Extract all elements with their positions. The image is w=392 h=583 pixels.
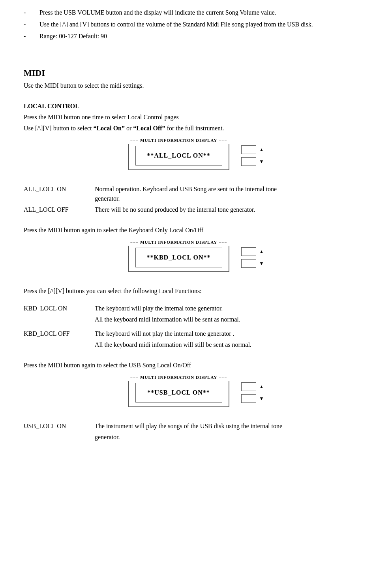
down-arrow-2: ▼ (259, 260, 264, 267)
midi-title: MIDI (24, 66, 368, 79)
term-label-all-off: ALL_LOCL OFF (24, 205, 95, 214)
press-again-2: Press the MIDI button again to select th… (24, 361, 368, 370)
local-off-label: “Local Off” (133, 125, 165, 132)
term-desc-usb-on-2: generator. (95, 433, 368, 442)
display-container-2: MULTI INFORMATION DISPLAY **KBD_LOCL ON*… (24, 243, 368, 272)
bullet-item-3: - Range: 00-127 Default: 90 (24, 32, 368, 41)
lcd-screen-2: **KBD_LOCL ON** (135, 248, 222, 267)
display-label-2: MULTI INFORMATION DISPLAY (128, 239, 230, 246)
local-control-title: LOCAL CONTROL (24, 102, 368, 111)
bullet-item-1: - Press the USB VOLUME button and the di… (24, 8, 368, 17)
bullet-item-2: - Use the [/\] and [V] buttons to contro… (24, 20, 368, 29)
local-on-label: “Local On” (93, 125, 125, 132)
term-block-kbd-on: KBD_LOCL ON The keyboard will play the i… (24, 304, 368, 324)
midi-subtitle: Use the MIDI button to select the midi s… (24, 81, 368, 90)
term-row-usb-on: USB_LOCL ON The instrument will play the… (24, 421, 368, 431)
term-label-all-on: ALL_LOCL ON (24, 184, 95, 203)
local-control-line1: Press the MIDI button one time to select… (24, 113, 368, 122)
term-desc-all-on: Normal operation. Keyboard and USB Song … (95, 184, 368, 203)
buttons-column-3: ▲ ▼ (241, 382, 264, 403)
down-button-3[interactable] (241, 394, 256, 403)
down-button-2[interactable] (241, 259, 256, 268)
term-desc-usb-on: The instrument will play the songs of th… (95, 421, 368, 431)
local-control-line2: Use [/\][V] button to select “Local On” … (24, 124, 368, 133)
term-label-kbd-off: KBD_LOCL OFF (24, 329, 95, 339)
term-row-kbd-on: KBD_LOCL ON The keyboard will play the i… (24, 304, 368, 313)
bullet-text-1: Press the USB VOLUME button and the disp… (39, 8, 368, 17)
bullet-dash-3: - (24, 32, 39, 41)
up-arrow-3: ▲ (259, 383, 264, 390)
button-row-up-3: ▲ (241, 382, 264, 391)
term-desc-kbd-on-2: All the keyboard midi information will b… (95, 315, 368, 324)
term-block-kbd-off: KBD_LOCL OFF The keyboard will not play … (24, 329, 368, 350)
lcd-display-2: MULTI INFORMATION DISPLAY **KBD_LOCL ON*… (128, 243, 229, 272)
display-container-3: MULTI INFORMATION DISPLAY **USB_LOCL ON*… (24, 378, 368, 407)
down-arrow-1: ▼ (259, 158, 264, 165)
bullet-dash-2: - (24, 20, 39, 29)
bullet-text-3: Range: 00-127 Default: 90 (39, 32, 368, 41)
button-row-up-2: ▲ (241, 247, 264, 256)
display-container-1: MULTI INFORMATION DISPLAY **ALL_LOCL ON*… (24, 141, 368, 170)
press-buttons-text: Press the [/\][V] buttons you can select… (24, 286, 368, 296)
bullet-dash-1: - (24, 8, 39, 17)
term-desc-kbd-off: The keyboard will not play the internal … (95, 329, 368, 339)
term-desc-kbd-on: The keyboard will play the internal tone… (95, 304, 368, 313)
buttons-column-1: ▲ ▼ (241, 145, 264, 166)
lcd-screen-1: **ALL_LOCL ON** (135, 146, 222, 165)
term-label-kbd-on: KBD_LOCL ON (24, 304, 95, 313)
lcd-screen-3: **USB_LOCL ON** (135, 383, 222, 402)
button-row-up-1: ▲ (241, 145, 264, 154)
local-control-suffix: for the full instrument. (165, 125, 224, 132)
midi-section: MIDI Use the MIDI button to select the m… (24, 66, 368, 442)
up-button-2[interactable] (241, 247, 256, 256)
term-row-all-on: ALL_LOCL ON Normal operation. Keyboard a… (24, 184, 368, 203)
display-label-1: MULTI INFORMATION DISPLAY (128, 137, 230, 144)
term-block-usb-on: USB_LOCL ON The instrument will play the… (24, 421, 368, 442)
term-row-all-off: ALL_LOCL OFF There will be no sound prod… (24, 205, 368, 214)
up-arrow-2: ▲ (259, 248, 264, 255)
down-button-1[interactable] (241, 157, 256, 166)
up-button-1[interactable] (241, 145, 256, 154)
term-desc-kbd-off-2: All the keyboard midi information will s… (95, 340, 368, 350)
press-again-1: Press the MIDI button again to select th… (24, 226, 368, 235)
lcd-display-3: MULTI INFORMATION DISPLAY **USB_LOCL ON*… (128, 378, 229, 407)
display-label-3: MULTI INFORMATION DISPLAY (128, 374, 230, 381)
down-arrow-3: ▼ (259, 395, 264, 402)
term-label-usb-on: USB_LOCL ON (24, 421, 95, 431)
buttons-column-2: ▲ ▼ (241, 247, 264, 268)
up-arrow-1: ▲ (259, 146, 264, 153)
button-row-down-1: ▼ (241, 157, 264, 166)
bullet-section: - Press the USB VOLUME button and the di… (24, 8, 368, 41)
term-desc-all-off: There will be no sound produced by the i… (95, 205, 368, 214)
button-row-down-3: ▼ (241, 394, 264, 403)
button-row-down-2: ▼ (241, 259, 264, 268)
up-button-3[interactable] (241, 382, 256, 391)
lcd-display-1: MULTI INFORMATION DISPLAY **ALL_LOCL ON*… (128, 141, 229, 170)
term-row-kbd-off: KBD_LOCL OFF The keyboard will not play … (24, 329, 368, 339)
bullet-text-2: Use the [/\] and [V] buttons to control … (39, 20, 368, 29)
